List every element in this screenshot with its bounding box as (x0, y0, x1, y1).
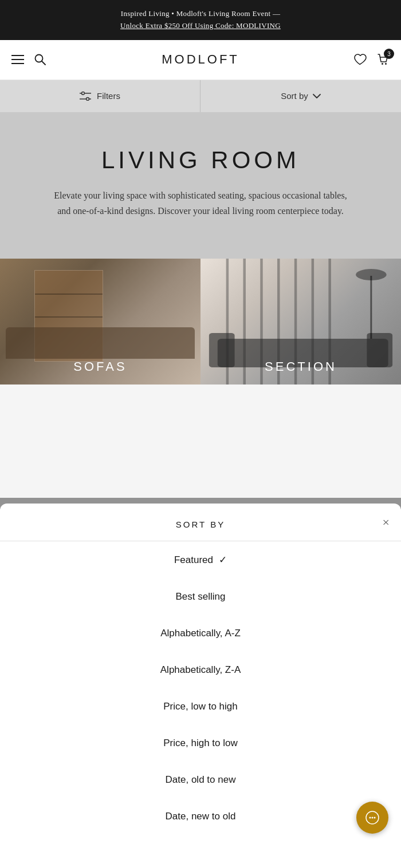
cart-icon-wrapper[interactable]: 3 (377, 53, 390, 66)
sofa-decoration (6, 327, 195, 359)
sort-modal-close-button[interactable]: × (383, 516, 390, 529)
sort-option-price-low-high-label: Price, low to high (163, 701, 237, 712)
sort-option-date-new-old[interactable]: Date, new to old (0, 798, 401, 835)
sort-options-list: Featured ✓ Best selling Alphabetically, … (0, 541, 401, 835)
sort-modal: SORT BY × Featured ✓ Best selling Alphab… (0, 504, 401, 868)
svg-point-5 (382, 63, 383, 65)
svg-point-10 (87, 97, 89, 100)
announcement-line1: Inspired Living • Modloft's Living Room … (11, 8, 390, 20)
search-icon[interactable] (34, 54, 46, 65)
filters-icon (80, 92, 91, 101)
sofas-label: SOFAS (0, 359, 200, 374)
svg-point-25 (372, 817, 374, 819)
sort-option-price-high-low-label: Price, high to low (163, 738, 237, 749)
toolbar: Filters Sort by (0, 80, 401, 112)
sort-option-price-high-low[interactable]: Price, high to low (0, 725, 401, 762)
header: MODLOFT 3 (0, 40, 401, 80)
svg-point-6 (385, 63, 387, 65)
sectionals-label: SECTION (200, 359, 401, 374)
wishlist-icon[interactable] (354, 54, 367, 65)
sort-option-best-selling[interactable]: Best selling (0, 578, 401, 615)
announcement-link[interactable]: Unlock Extra $250 Off Using Code: MODLIV… (120, 21, 281, 30)
announcement-bar: Inspired Living • Modloft's Living Room … (0, 0, 401, 40)
sort-option-date-old-new[interactable]: Date, old to new (0, 762, 401, 798)
sort-option-featured[interactable]: Featured ✓ (0, 541, 401, 578)
chevron-down-icon (313, 94, 321, 98)
svg-point-26 (374, 817, 376, 819)
sort-option-price-low-high[interactable]: Price, low to high (0, 688, 401, 725)
menu-icon[interactable] (11, 55, 24, 64)
sort-option-best-selling-label: Best selling (176, 591, 226, 603)
sort-option-featured-label: Featured (174, 554, 213, 566)
svg-point-9 (82, 92, 85, 94)
sort-option-alpha-az-label: Alphabetically, A-Z (160, 628, 241, 639)
filters-button[interactable]: Filters (0, 80, 200, 112)
sort-option-date-old-new-label: Date, old to new (166, 774, 236, 786)
product-grid: SOFAS SECTION (0, 259, 401, 385)
svg-rect-0 (11, 55, 24, 56)
sort-option-alpha-az[interactable]: Alphabetically, A-Z (0, 615, 401, 652)
sort-option-alpha-za-label: Alphabetically, Z-A (160, 664, 241, 676)
chat-button[interactable] (356, 802, 388, 834)
hero-section: LIVING ROOM Elevate your living space wi… (0, 112, 401, 259)
header-left (11, 54, 46, 65)
sort-option-date-new-old-label: Date, new to old (166, 811, 236, 822)
chat-icon (365, 810, 380, 825)
sort-modal-title: SORT BY (176, 520, 225, 529)
hero-description: Elevate your living space with sophistic… (52, 188, 349, 219)
sortby-button[interactable]: Sort by (200, 80, 401, 112)
filters-label: Filters (97, 91, 120, 101)
product-card-sofas[interactable]: SOFAS (0, 259, 200, 385)
svg-point-24 (369, 817, 371, 819)
sort-option-alpha-za[interactable]: Alphabetically, Z-A (0, 652, 401, 688)
sort-modal-header: SORT BY × (0, 504, 401, 541)
svg-rect-1 (11, 59, 24, 60)
svg-line-4 (42, 61, 45, 65)
header-right: 3 (354, 53, 390, 66)
cart-badge: 3 (384, 49, 394, 59)
sortby-label: Sort by (281, 91, 308, 101)
sort-check-featured: ✓ (219, 554, 227, 566)
hero-title: LIVING ROOM (23, 146, 378, 174)
svg-point-22 (356, 269, 387, 280)
site-logo[interactable]: MODLOFT (162, 52, 239, 67)
product-card-sectionals[interactable]: SECTION (200, 259, 401, 385)
svg-rect-2 (11, 63, 24, 64)
